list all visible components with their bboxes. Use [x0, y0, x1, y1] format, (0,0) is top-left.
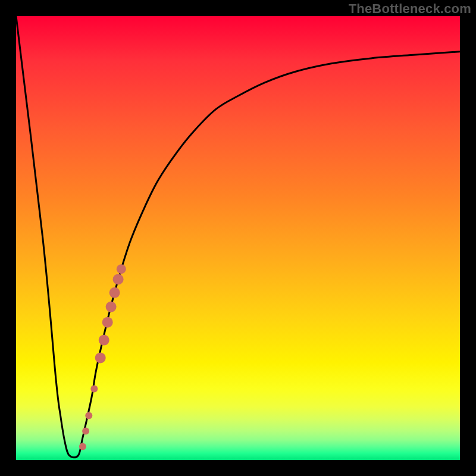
- marker-dot: [95, 352, 106, 363]
- marker-dot: [99, 335, 109, 346]
- marker-dot: [85, 412, 92, 419]
- bottleneck-curve: [16, 16, 460, 458]
- marker-dot: [106, 302, 117, 312]
- marker-dot: [113, 274, 124, 284]
- marker-dot: [109, 287, 120, 298]
- marker-dot: [102, 317, 113, 328]
- curve-svg: [16, 16, 460, 460]
- marker-dot: [82, 428, 89, 435]
- marker-dot: [79, 443, 86, 450]
- marker-dot: [117, 264, 126, 274]
- watermark-text: TheBottleneck.com: [349, 1, 471, 17]
- plot-area: [16, 16, 460, 460]
- marker-dot: [90, 386, 98, 393]
- chart-frame: TheBottleneck.com: [0, 0, 476, 476]
